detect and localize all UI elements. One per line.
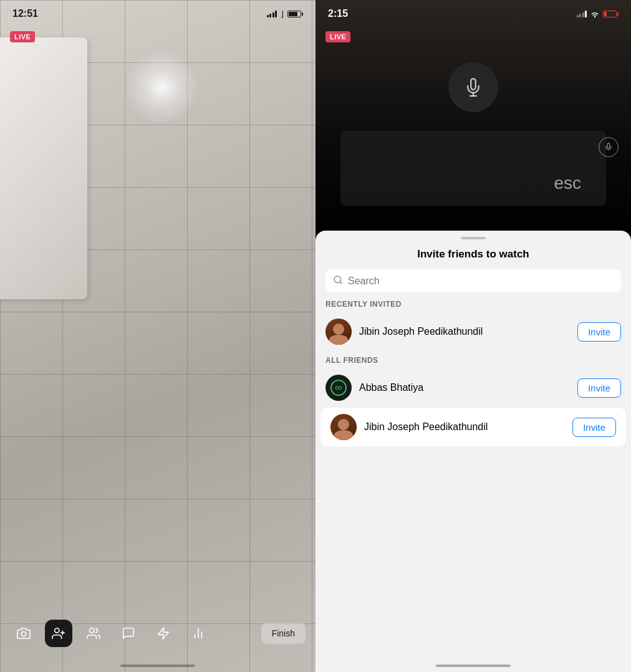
bottom-toolbar: Finish: [0, 610, 316, 672]
section-label-all-friends: ALL FRIENDS: [316, 356, 631, 365]
white-object: [0, 37, 87, 299]
home-indicator-right: [436, 665, 511, 667]
right-panel: esc 2:15: [316, 0, 631, 672]
video-area: esc: [316, 0, 631, 243]
battery-icon-left: [287, 11, 303, 17]
comment-button[interactable]: [115, 620, 142, 647]
battery-icon-right: [603, 11, 619, 17]
infinity-icon: ∞: [330, 380, 347, 396]
invite-sheet: Invite friends to watch RECENTLY INVITED…: [316, 231, 631, 672]
group-button[interactable]: [80, 620, 107, 647]
search-icon: [333, 275, 343, 287]
home-indicator-left: [120, 665, 195, 667]
signal-icon-right: [577, 10, 587, 17]
sheet-handle[interactable]: [461, 237, 486, 239]
sheet-title: Invite friends to watch: [316, 248, 631, 261]
section-label-recently-invited: RECENTLY INVITED: [316, 300, 631, 309]
stats-button[interactable]: [185, 620, 212, 647]
status-bar-left: 12:51 ⌋: [0, 0, 316, 27]
search-bar: [325, 269, 621, 292]
search-input[interactable]: [348, 276, 614, 287]
wifi-icon-left: ⌋: [281, 9, 284, 19]
invite-friends-button[interactable]: [45, 620, 72, 647]
status-icons-right: [577, 10, 619, 17]
svg-point-1: [55, 628, 59, 633]
camera-button[interactable]: [10, 620, 37, 647]
microphone-icon: [464, 78, 483, 97]
all-friends-row-0: ∞ Abbas Bhatiya Invite: [316, 368, 631, 407]
invite-button-jibin-all[interactable]: Invite: [572, 418, 616, 437]
video-background: [316, 0, 631, 243]
esc-label: esc: [554, 173, 581, 193]
mic-small-icon: [599, 137, 619, 157]
jibin-portrait-recent: [325, 319, 352, 345]
svg-line-12: [340, 282, 342, 284]
time-left: 12:51: [12, 8, 38, 19]
left-panel: 12:51 ⌋ LIVE: [0, 0, 316, 672]
jibin-name-all: Jibin Joseph Peedikathundil: [364, 421, 565, 433]
finish-button[interactable]: Finish: [261, 623, 306, 644]
jibin-avatar-recent: [325, 319, 352, 345]
abbas-avatar: ∞: [325, 375, 352, 401]
time-right: 2:15: [328, 8, 348, 19]
microphone-circle: [448, 62, 498, 112]
light-flare: [125, 50, 200, 125]
abbas-name: Abbas Bhatiya: [359, 382, 570, 393]
keyboard-element: [340, 131, 606, 206]
live-badge-left: LIVE: [10, 31, 35, 42]
flash-button[interactable]: [150, 620, 177, 647]
live-badge-right: LIVE: [325, 31, 350, 42]
invite-button-jibin-recent[interactable]: Invite: [577, 322, 621, 342]
status-bar-right: 2:15: [316, 0, 631, 27]
status-icons-left: ⌋: [267, 9, 304, 19]
signal-icon-left: [267, 10, 277, 17]
jibin-name-recent: Jibin Joseph Peedikathundil: [359, 326, 570, 337]
jibin-portrait-all: [330, 414, 357, 440]
recently-invited-row-0: Jibin Joseph Peedikathundil Invite: [316, 312, 631, 351]
invite-button-abbas[interactable]: Invite: [577, 378, 621, 398]
svg-point-4: [90, 628, 94, 633]
jibin-avatar-all: [330, 414, 357, 440]
svg-marker-5: [158, 628, 169, 639]
all-friends-row-1: Jibin Joseph Peedikathundil Invite: [320, 408, 626, 446]
wifi-icon-right: [590, 10, 600, 17]
svg-point-0: [21, 631, 26, 636]
